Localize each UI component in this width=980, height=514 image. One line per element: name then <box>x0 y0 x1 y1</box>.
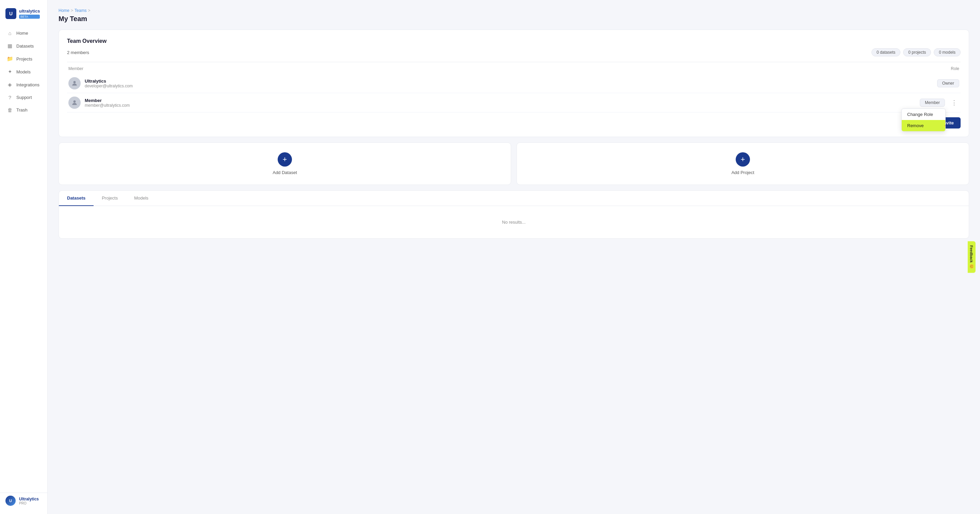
team-overview-title: Team Overview <box>67 38 961 44</box>
sidebar-item-support[interactable]: ? Support <box>3 92 45 103</box>
change-role-item[interactable]: Change Role <box>902 109 945 120</box>
member-info-1: Member member@ultralytics.com <box>85 98 130 108</box>
member-email-1: member@ultralytics.com <box>85 103 130 108</box>
add-project-card[interactable]: + Add Project <box>517 143 969 185</box>
member-right-1: Member ⋮ Change Role Remove <box>920 98 959 107</box>
col-member-header: Member <box>68 66 83 71</box>
sidebar-label-integrations: Integrations <box>16 82 40 87</box>
person-icon-1 <box>71 99 78 106</box>
stat-models: 0 models <box>934 48 961 56</box>
member-info-0: Ultralytics developer@ultralytics.com <box>85 79 133 88</box>
datasets-icon: ▦ <box>7 43 13 49</box>
sidebar-item-trash[interactable]: 🗑 Trash <box>3 104 45 116</box>
support-icon: ? <box>7 95 13 100</box>
avatar: U <box>5 496 16 506</box>
tab-models[interactable]: Models <box>126 191 156 206</box>
sep1: > <box>71 8 73 13</box>
stats-badges: 0 datasets 0 projects 0 models <box>872 48 961 56</box>
divider <box>67 62 961 62</box>
dropdown-menu: Change Role Remove <box>901 108 946 132</box>
stat-projects: 0 projects <box>903 48 931 56</box>
add-dataset-icon: + <box>278 152 292 167</box>
home-icon: ⌂ <box>7 30 13 36</box>
user-name: Ultralytics <box>19 497 39 501</box>
sidebar-label-datasets: Datasets <box>16 43 34 49</box>
member-name-1: Member <box>85 98 130 103</box>
members-stats-row: 2 members 0 datasets 0 projects 0 models <box>67 48 961 56</box>
user-profile-area[interactable]: U Ultralytics PRO <box>0 493 47 509</box>
logo-text: ultralytics BETA <box>19 8 40 19</box>
team-overview-card: Team Overview 2 members 0 datasets 0 pro… <box>59 30 969 137</box>
sidebar-nav: ⌂ Home ▦ Datasets 📁 Projects ✦ Models ◈ … <box>0 27 47 493</box>
breadcrumb-teams[interactable]: Teams <box>75 8 86 13</box>
member-avatar-1 <box>68 97 81 109</box>
more-options-button[interactable]: ⋮ <box>949 98 959 107</box>
sidebar-label-trash: Trash <box>16 108 27 113</box>
sidebar-label-support: Support <box>16 95 32 100</box>
tab-projects[interactable]: Projects <box>94 191 126 206</box>
sidebar-item-integrations[interactable]: ◈ Integrations <box>3 79 45 91</box>
member-avatar-0 <box>68 77 81 89</box>
role-badge-0: Owner <box>937 79 959 87</box>
feedback-emoji: 😊 <box>969 264 974 268</box>
integrations-icon: ◈ <box>7 82 13 88</box>
sep2: > <box>88 8 90 13</box>
col-role-header: Role <box>951 66 959 71</box>
projects-icon: 📁 <box>7 56 13 62</box>
column-headers: Member Role <box>67 66 961 74</box>
sidebar-item-home[interactable]: ⌂ Home <box>3 27 45 39</box>
logo-badge: BETA <box>19 14 40 19</box>
member-name-0: Ultralytics <box>85 79 133 84</box>
members-count: 2 members <box>67 50 89 55</box>
svg-point-1 <box>73 100 76 103</box>
sidebar-item-projects[interactable]: 📁 Projects <box>3 53 45 65</box>
user-info: Ultralytics PRO <box>19 497 39 505</box>
svg-point-0 <box>73 81 76 83</box>
invite-row: Invite <box>67 117 961 128</box>
logo-icon: U <box>5 8 16 19</box>
add-cards-row: + Add Dataset + Add Project <box>59 143 969 185</box>
logo-name: ultralytics <box>19 8 40 14</box>
breadcrumb-home[interactable]: Home <box>59 8 69 13</box>
feedback-label: Feedback <box>970 246 974 263</box>
member-row-0: Ultralytics developer@ultralytics.com Ow… <box>67 74 961 93</box>
main-content: Home > Teams > My Team Team Overview 2 m… <box>48 0 980 514</box>
stat-datasets: 0 datasets <box>872 48 900 56</box>
sidebar-item-models[interactable]: ✦ Models <box>3 66 45 78</box>
sidebar-label-projects: Projects <box>16 56 32 62</box>
breadcrumb: Home > Teams > <box>59 8 969 13</box>
sidebar-label-models: Models <box>16 69 30 75</box>
member-right-0: Owner <box>937 79 959 87</box>
logo-area: U ultralytics BETA <box>0 5 47 27</box>
member-left-0: Ultralytics developer@ultralytics.com <box>68 77 133 89</box>
member-left-1: Member member@ultralytics.com <box>68 97 130 109</box>
add-dataset-label: Add Dataset <box>272 170 297 175</box>
tabs-container: Datasets Projects Models No results... <box>59 190 969 239</box>
arrow-annotation <box>945 123 946 128</box>
sidebar-item-datasets[interactable]: ▦ Datasets <box>3 40 45 52</box>
no-results-text: No results... <box>59 206 969 238</box>
tab-datasets[interactable]: Datasets <box>59 191 94 206</box>
member-email-0: developer@ultralytics.com <box>85 84 133 88</box>
page-title: My Team <box>59 15 969 23</box>
add-project-label: Add Project <box>731 170 754 175</box>
user-plan: PRO <box>19 501 39 505</box>
tabs-header: Datasets Projects Models <box>59 191 969 206</box>
models-icon: ✦ <box>7 69 13 75</box>
remove-label: Remove <box>907 123 924 128</box>
add-dataset-card[interactable]: + Add Dataset <box>59 143 511 185</box>
trash-icon: 🗑 <box>7 107 13 113</box>
add-project-icon: + <box>736 152 750 167</box>
person-icon-0 <box>71 80 78 87</box>
sidebar-label-home: Home <box>16 30 28 36</box>
remove-item[interactable]: Remove <box>902 120 945 131</box>
member-row-1: Member member@ultralytics.com Member ⋮ C… <box>67 93 961 113</box>
feedback-button[interactable]: Feedback 😊 <box>968 241 975 273</box>
arrow-line <box>945 125 946 126</box>
role-badge-1: Member <box>920 98 945 107</box>
sidebar: U ultralytics BETA ⌂ Home ▦ Datasets 📁 P… <box>0 0 48 514</box>
